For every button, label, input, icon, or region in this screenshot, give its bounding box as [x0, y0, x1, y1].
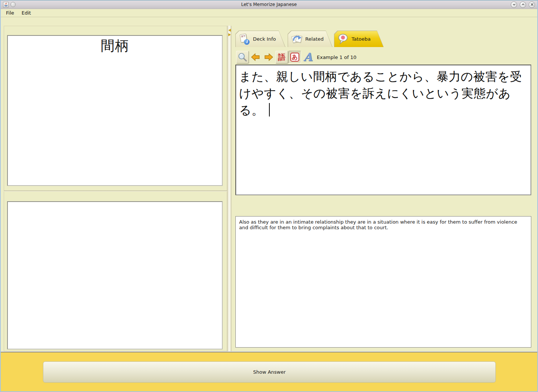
kanji-card-info-icon: 漢字 i	[239, 34, 250, 45]
window-title: Let's Memorize Japanese	[1, 2, 537, 7]
chevron-up-icon	[521, 3, 525, 6]
tab-deck-info[interactable]: 漢字 i Deck Info	[235, 31, 285, 47]
related-papers-arrow-icon	[292, 34, 302, 45]
titlebar-round-button[interactable]	[10, 2, 16, 7]
kana-mode-button[interactable]: あ	[288, 51, 301, 63]
search-icon	[238, 52, 247, 62]
app-window: Let's Memorize Japanese File Edit	[0, 0, 538, 392]
tab-deck-info-label: Deck Info	[253, 36, 276, 42]
japanese-example-textarea[interactable]: また、親しい間柄であることから、暴力の被害を受けやすく、その被害を訴えにくいとい…	[235, 65, 531, 195]
tab-tatoeba-label: Tatoeba	[352, 36, 371, 42]
flashcard-back	[7, 201, 223, 349]
tab-related[interactable]: Related	[288, 31, 333, 47]
menu-edit[interactable]: Edit	[22, 10, 31, 16]
curved-arrow-icon	[292, 34, 302, 43]
english-translation-text: Also as they are in an intimate relation…	[239, 219, 528, 230]
java-cup-icon	[4, 2, 8, 7]
window-controls	[511, 1, 535, 8]
next-example-button[interactable]	[262, 51, 275, 63]
close-button[interactable]	[529, 1, 535, 8]
info-badge-icon: i	[244, 39, 250, 45]
footer-bar: Show Answer	[1, 352, 537, 391]
speech-bubble-icon	[338, 34, 349, 45]
minimize-button[interactable]	[511, 1, 517, 8]
arrow-left-icon	[251, 53, 260, 62]
show-answer-button[interactable]: Show Answer	[43, 361, 496, 383]
chevron-down-icon	[512, 3, 516, 6]
titlebar: Let's Memorize Japanese	[1, 0, 537, 9]
kana-mode-glyph: あ	[290, 53, 299, 62]
pane-splitter[interactable]	[227, 26, 232, 351]
tab-related-label: Related	[305, 36, 324, 42]
flashcard-divider	[4, 190, 227, 192]
example-counter: Example 1 of 10	[317, 55, 356, 60]
menu-file[interactable]: File	[6, 10, 14, 16]
collapse-left-icon[interactable]	[228, 29, 231, 32]
example-toolbar: 語 あ A Example 1 of 10	[236, 50, 356, 64]
font-button[interactable]: A	[302, 51, 314, 63]
close-icon	[530, 3, 534, 6]
java-app-icon[interactable]	[3, 2, 9, 7]
word-mode-glyph: 語	[278, 53, 285, 61]
search-button[interactable]	[236, 51, 249, 63]
arrow-right-icon	[264, 53, 273, 62]
tab-tatoeba[interactable]: Tatoeba	[334, 31, 384, 47]
collapse-right-icon[interactable]	[228, 33, 231, 36]
english-translation-textarea[interactable]: Also as they are in an intimate relation…	[235, 216, 531, 348]
maximize-button[interactable]	[520, 1, 526, 8]
text-caret	[269, 103, 270, 116]
word-mode-button[interactable]: 語	[275, 51, 288, 63]
flashcard-front-text: 間柄	[8, 36, 222, 55]
flashcard-front: 間柄	[7, 35, 223, 186]
font-glyph: A	[303, 52, 312, 63]
menubar: File Edit	[1, 9, 537, 17]
previous-example-button[interactable]	[249, 51, 262, 63]
japanese-example-text: また、親しい間柄であることから、暴力の被害を受けやすく、その被害を訴えにくいとい…	[239, 69, 522, 117]
